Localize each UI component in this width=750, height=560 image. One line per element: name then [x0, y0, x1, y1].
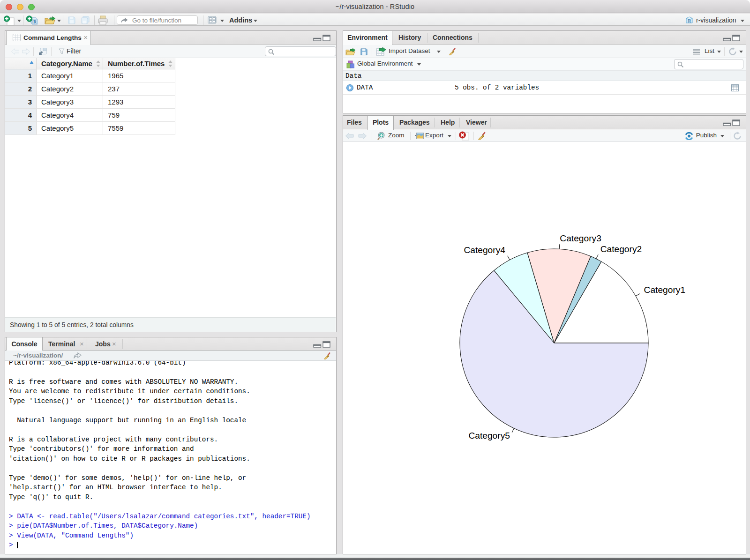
svg-text:R: R	[688, 19, 691, 23]
svg-text:R: R	[33, 19, 37, 24]
svg-text:Category4: Category4	[464, 245, 505, 255]
svg-text:Category5: Category5	[468, 431, 510, 441]
svg-text:Category1: Category1	[644, 285, 686, 295]
svg-text:Category3: Category3	[560, 233, 601, 243]
svg-text:Category2: Category2	[600, 244, 642, 254]
